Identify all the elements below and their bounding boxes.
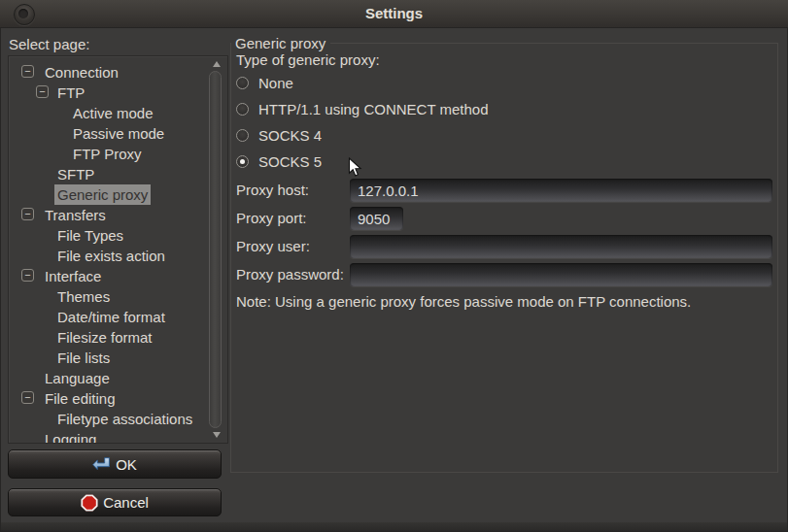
- collapse-minus-icon[interactable]: −: [36, 85, 49, 98]
- tree-item-label: Transfers: [45, 205, 106, 225]
- radio-option-http11-using-connect-method[interactable]: HTTP/1.1 using CONNECT method: [236, 96, 488, 122]
- proxy-port-input[interactable]: [350, 207, 403, 230]
- tree-rows: −Connection−FTPActive modePassive modeFT…: [9, 56, 227, 443]
- proxy-port-label: Proxy port:: [236, 210, 307, 226]
- ok-button[interactable]: OK: [8, 449, 222, 479]
- sidebar-item-datetime-format[interactable]: Date/time format: [9, 307, 208, 327]
- sidebar-item-active-mode[interactable]: Active mode: [9, 103, 208, 123]
- sidebar-item-generic-proxy[interactable]: Generic proxy: [9, 184, 208, 205]
- settings-dialog: Settings Select page: −Connection−FTPAct…: [0, 0, 788, 532]
- tree-item-label: Connection: [45, 62, 119, 83]
- radio-unselected-icon[interactable]: [236, 129, 249, 142]
- sidebar-item-file-exists-action[interactable]: File exists action: [9, 246, 208, 266]
- sidebar-item-sftp[interactable]: SFTP: [9, 164, 208, 184]
- tree-item-label: Interface: [45, 266, 101, 286]
- radio-selected-icon[interactable]: [236, 155, 249, 168]
- scroll-up-icon[interactable]: [213, 61, 221, 67]
- tree-item-label: File editing: [45, 388, 116, 409]
- proxy-type-radio-group: NoneHTTP/1.1 using CONNECT methodSOCKS 4…: [236, 70, 741, 177]
- collapse-minus-icon[interactable]: −: [21, 65, 34, 78]
- tree-item-label: Generic proxy: [54, 184, 151, 205]
- tree-item-label: Language: [45, 368, 110, 388]
- sidebar-item-passive-mode[interactable]: Passive mode: [9, 123, 208, 144]
- proxy-password-label: Proxy password:: [236, 266, 344, 283]
- radio-option-socks-4[interactable]: SOCKS 4: [236, 122, 322, 149]
- tree-item-label: Passive mode: [73, 123, 164, 144]
- tree-item-label: Filesize format: [57, 327, 153, 348]
- close-button[interactable]: [14, 4, 35, 25]
- tree-scrollbar[interactable]: [207, 57, 226, 442]
- sidebar-item-language[interactable]: Language: [9, 368, 208, 388]
- tree-item-label: Themes: [57, 286, 110, 307]
- radio-option-label[interactable]: SOCKS 5: [258, 153, 322, 170]
- radio-option-none[interactable]: None: [236, 70, 293, 96]
- sidebar-item-file-editing[interactable]: −File editing: [9, 388, 208, 409]
- collapse-minus-icon[interactable]: −: [21, 269, 34, 282]
- proxy-host-label: Proxy host:: [236, 182, 309, 198]
- window-title: Settings: [0, 0, 788, 27]
- window-bottom-edge: [1, 522, 787, 531]
- ok-button-label: OK: [116, 456, 137, 473]
- radio-option-label[interactable]: SOCKS 4: [258, 127, 322, 144]
- note-text: Note: Using a generic proxy forces passi…: [236, 293, 691, 310]
- proxy-user-label: Proxy user:: [236, 238, 310, 254]
- sidebar-item-file-types[interactable]: File Types: [9, 225, 208, 246]
- sidebar-item-connection[interactable]: −Connection: [9, 62, 208, 83]
- sidebar-item-interface[interactable]: −Interface: [9, 266, 208, 286]
- sidebar-item-logging[interactable]: Logging: [9, 429, 208, 444]
- proxy-password-input[interactable]: [350, 263, 772, 286]
- tree-item-label: FTP: [57, 83, 85, 103]
- sidebar-item-themes[interactable]: Themes: [9, 286, 208, 307]
- select-page-label: Select page:: [9, 36, 89, 52]
- radio-option-label[interactable]: None: [258, 75, 293, 91]
- sidebar-item-filetype-associations[interactable]: Filetype associations: [9, 409, 208, 429]
- sidebar-item-transfers[interactable]: −Transfers: [9, 205, 208, 225]
- tree-item-label: File exists action: [57, 246, 165, 266]
- page-tree[interactable]: −Connection−FTPActive modePassive modeFT…: [8, 55, 228, 444]
- collapse-minus-icon[interactable]: −: [21, 208, 34, 220]
- sidebar-item-ftp[interactable]: −FTP: [9, 83, 208, 103]
- tree-item-label: Logging: [45, 429, 96, 444]
- radio-unselected-icon[interactable]: [236, 77, 249, 89]
- scrollbar-thumb[interactable]: [209, 71, 222, 428]
- tree-item-label: FTP Proxy: [73, 144, 142, 164]
- tree-item-label: Filetype associations: [57, 409, 192, 429]
- tree-item-label: File lists: [57, 348, 110, 368]
- enter-arrow-icon: [92, 457, 111, 471]
- titlebar: Settings: [0, 0, 788, 28]
- radio-unselected-icon[interactable]: [236, 103, 249, 116]
- tree-item-label: SFTP: [57, 164, 94, 184]
- proxy-user-input[interactable]: [350, 235, 772, 258]
- sidebar-item-ftp-proxy[interactable]: FTP Proxy: [9, 144, 208, 164]
- cancel-button[interactable]: Cancel: [8, 488, 222, 516]
- proxy-host-input[interactable]: [350, 179, 772, 202]
- sidebar-item-filesize-format[interactable]: Filesize format: [9, 327, 208, 348]
- group-title: Generic proxy: [231, 35, 330, 51]
- proxy-type-label: Type of generic proxy:: [236, 51, 380, 68]
- radio-option-label[interactable]: HTTP/1.1 using CONNECT method: [258, 101, 488, 117]
- stop-sign-icon: [81, 494, 98, 512]
- tree-item-label: File Types: [57, 225, 123, 246]
- collapse-minus-icon[interactable]: −: [21, 391, 34, 404]
- tree-item-label: Active mode: [73, 103, 154, 123]
- sidebar-item-file-lists[interactable]: File lists: [9, 348, 208, 368]
- cancel-button-label: Cancel: [103, 494, 149, 511]
- radio-option-socks-5[interactable]: SOCKS 5: [236, 149, 322, 175]
- scroll-down-icon[interactable]: [213, 432, 221, 438]
- tree-item-label: Date/time format: [57, 307, 165, 327]
